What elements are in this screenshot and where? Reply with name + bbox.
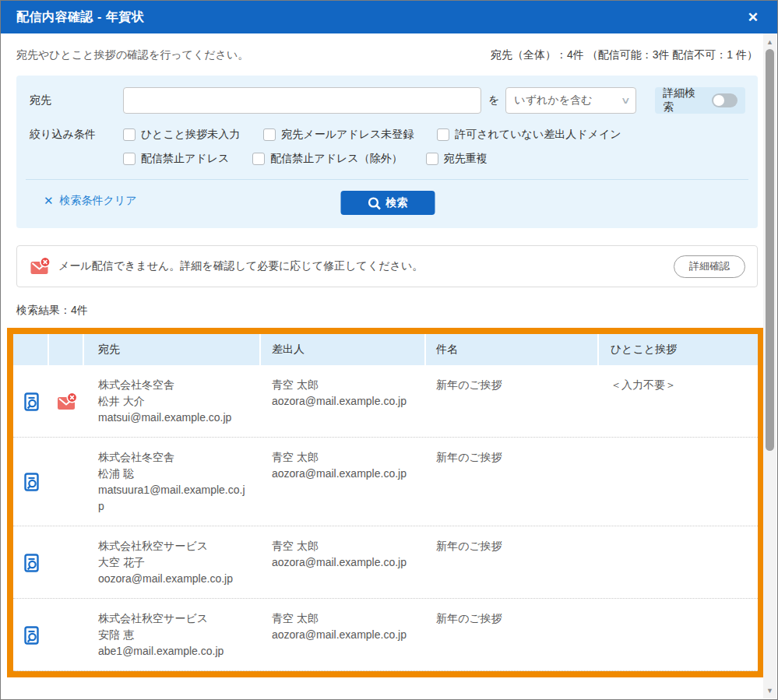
preview-cell xyxy=(13,377,49,426)
checkbox-icon[interactable] xyxy=(437,128,449,141)
table-row: 株式会社冬空舎 松井 大介 matsui@mail.example.co.jp … xyxy=(13,365,758,438)
match-type-select[interactable]: いずれかを含む ∨ xyxy=(505,87,636,114)
sender-cell: 青空 太郎 aozora@mail.example.co.jp xyxy=(261,377,426,426)
search-panel: 宛先 を いずれかを含む ∨ 詳細検索 絞り込み条件 ひとこと挨拶未入力 xyxy=(16,76,758,228)
filter-label-text: 配信禁止アドレス（除外） xyxy=(270,152,402,166)
recipient-search-row: 宛先 を いずれかを含む ∨ 詳細検索 xyxy=(30,87,745,114)
recipient-field-label: 宛先 xyxy=(30,93,123,107)
instruction-text: 宛先やひとこと挨拶の確認を行ってください。 xyxy=(16,48,248,62)
preview-icon[interactable] xyxy=(23,473,40,491)
filter-label: 絞り込み条件 xyxy=(30,128,123,142)
dialog-title: 配信内容確認 - 年賀状 xyxy=(16,9,144,26)
dialog-titlebar: 配信内容確認 - 年賀状 ✕ xyxy=(1,1,777,33)
table-header-row: 宛先 差出人 件名 ひとこと挨拶 xyxy=(13,334,758,365)
result-count: 検索結果：4件 xyxy=(16,304,758,318)
results-table: 宛先 差出人 件名 ひとこと挨拶 株式会社冬空舎 松井 大介 ma xyxy=(7,328,764,677)
recipient-search-input[interactable] xyxy=(123,87,481,114)
preview-cell xyxy=(13,610,49,660)
search-button[interactable]: 検索 xyxy=(340,191,435,215)
preview-icon[interactable] xyxy=(23,554,40,572)
filter-label-text: 許可されていない差出人ドメイン xyxy=(455,128,621,142)
scrollbar-thumb[interactable] xyxy=(766,49,774,451)
recipient-email: abe1@mail.example.co.jp xyxy=(98,643,261,660)
recipient-company: 株式会社秋空サービス xyxy=(98,610,261,627)
mail-error-icon xyxy=(30,257,51,276)
header-subject: 件名 xyxy=(426,334,599,365)
sender-cell: 青空 太郎 aozora@mail.example.co.jp xyxy=(261,610,426,660)
advanced-search-toggle[interactable]: 詳細検索 xyxy=(655,87,745,114)
preview-cell xyxy=(13,538,49,587)
table-row: 株式会社冬空舎 松浦 聡 matsuura1@mail.example.co.j… xyxy=(13,438,758,526)
sender-name: 青空 太郎 xyxy=(272,377,426,393)
checkbox-icon[interactable] xyxy=(123,128,136,141)
filter-banned-address-excluded[interactable]: 配信禁止アドレス（除外） xyxy=(252,152,402,166)
sender-name: 青空 太郎 xyxy=(272,449,426,466)
search-actions: ✕ 検索条件クリア 検索 xyxy=(30,191,745,216)
scroll-down-icon[interactable]: ▼ xyxy=(763,684,776,697)
search-button-label: 検索 xyxy=(386,196,408,210)
detail-confirm-button[interactable]: 詳細確認 xyxy=(674,255,745,278)
sender-name: 青空 太郎 xyxy=(272,538,426,554)
top-bar: 宛先やひとこと挨拶の確認を行ってください。 宛先（全体）：4件 （配信可能：3件… xyxy=(16,48,758,62)
checkbox-icon[interactable] xyxy=(426,153,438,165)
recipient-company: 株式会社冬空舎 xyxy=(98,449,261,466)
table-row: 株式会社秋空サービス 大空 花子 oozora@mail.example.co.… xyxy=(13,526,758,599)
recipient-email: matsuura1@mail.example.co.jp xyxy=(98,482,261,515)
recipient-company: 株式会社秋空サービス xyxy=(98,538,261,554)
recipient-cell: 株式会社冬空舎 松井 大介 matsui@mail.example.co.jp xyxy=(84,377,261,426)
delivery-warning-banner: メール配信できません。詳細を確認して必要に応じて修正してください。 詳細確認 xyxy=(16,245,758,287)
sender-email: aozora@mail.example.co.jp xyxy=(272,627,426,643)
filter-label-text: 配信禁止アドレス xyxy=(141,152,229,166)
subject-cell: 新年のご挨拶 xyxy=(426,538,599,587)
header-status-column xyxy=(49,334,84,365)
sender-email: aozora@mail.example.co.jp xyxy=(272,393,426,410)
sender-cell: 青空 太郎 aozora@mail.example.co.jp xyxy=(261,538,426,587)
mail-error-icon xyxy=(57,392,77,411)
filter-label-text: 宛先重複 xyxy=(444,152,488,166)
table-row: 株式会社秋空サービス 安陪 恵 abe1@mail.example.co.jp … xyxy=(13,599,758,671)
toggle-off-icon[interactable] xyxy=(712,93,738,107)
delivery-confirmation-dialog: 配信内容確認 - 年賀状 ✕ 宛先やひとこと挨拶の確認を行ってください。 宛先（… xyxy=(0,0,778,700)
recipient-email: oozora@mail.example.co.jp xyxy=(98,571,261,587)
sender-cell: 青空 太郎 aozora@mail.example.co.jp xyxy=(261,449,426,515)
vertical-scrollbar[interactable]: ▲ ▼ xyxy=(763,33,776,698)
filter-banned-address[interactable]: 配信禁止アドレス xyxy=(123,152,229,166)
header-sender: 差出人 xyxy=(261,334,426,365)
greeting-cell xyxy=(599,538,758,587)
clear-search-link[interactable]: ✕ 検索条件クリア xyxy=(44,194,137,208)
status-cell xyxy=(49,377,84,426)
filter-sender-domain-not-allowed[interactable]: 許可されていない差出人ドメイン xyxy=(437,128,621,142)
status-cell xyxy=(49,610,84,660)
particle-text: を xyxy=(488,93,499,107)
filter-duplicate-recipient[interactable]: 宛先重複 xyxy=(426,152,488,166)
sender-email: aozora@mail.example.co.jp xyxy=(272,554,426,571)
checkbox-icon[interactable] xyxy=(252,153,265,165)
preview-icon[interactable] xyxy=(23,626,40,645)
scroll-up-icon[interactable]: ▲ xyxy=(763,35,776,48)
preview-icon[interactable] xyxy=(23,392,40,411)
header-recipient: 宛先 xyxy=(84,334,261,365)
match-type-value: いずれかを含む xyxy=(514,93,592,107)
sender-email: aozora@mail.example.co.jp xyxy=(272,466,426,482)
filter-label-text: 宛先メールアドレス未登録 xyxy=(281,128,414,142)
subject-cell: 新年のご挨拶 xyxy=(426,377,599,426)
header-greeting: ひとこと挨拶 xyxy=(599,334,758,365)
search-icon xyxy=(368,196,382,210)
recipient-name: 松井 大介 xyxy=(98,393,261,410)
preview-cell xyxy=(13,449,49,515)
close-icon[interactable]: ✕ xyxy=(743,8,763,27)
recipient-name: 安陪 恵 xyxy=(98,627,261,643)
recipient-summary: 宛先（全体）：4件 （配信可能：3件 配信不可：1 件） xyxy=(491,48,758,62)
recipient-email: matsui@mail.example.co.jp xyxy=(98,410,261,426)
checkbox-icon[interactable] xyxy=(123,153,136,165)
subject-cell: 新年のご挨拶 xyxy=(426,449,599,515)
status-cell xyxy=(49,449,84,515)
filter-greeting-missing[interactable]: ひとこと挨拶未入力 xyxy=(123,128,240,142)
subject-cell: 新年のご挨拶 xyxy=(426,610,599,660)
header-preview-column xyxy=(13,334,49,365)
filter-address-unregistered[interactable]: 宛先メールアドレス未登録 xyxy=(263,128,414,142)
filter-row-2: 配信禁止アドレス 配信禁止アドレス（除外） 宛先重複 xyxy=(123,152,745,166)
greeting-cell xyxy=(599,449,758,515)
checkbox-icon[interactable] xyxy=(263,128,276,141)
dialog-content: 宛先やひとこと挨拶の確認を行ってください。 宛先（全体）：4件 （配信可能：3件… xyxy=(1,48,777,677)
